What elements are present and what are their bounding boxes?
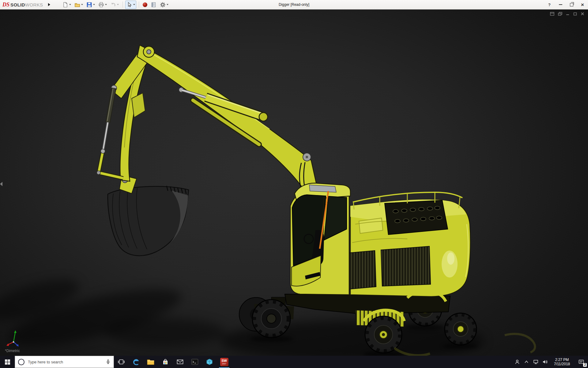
show-hidden-icons-button[interactable] xyxy=(522,356,531,368)
store-icon xyxy=(162,358,169,365)
doc-restore-icon xyxy=(573,12,577,16)
people-button[interactable] xyxy=(513,356,522,368)
print-icon xyxy=(98,2,104,8)
dropdown-caret-icon[interactable] xyxy=(81,4,83,5)
appearance-button[interactable] xyxy=(141,1,149,9)
bucket[interactable] xyxy=(108,175,189,256)
search-input[interactable] xyxy=(27,359,103,365)
window-title: Digger [Read-only] xyxy=(279,2,309,7)
wheel-front-right[interactable] xyxy=(365,316,402,353)
ethernet-icon xyxy=(533,359,538,364)
restore-icon xyxy=(570,3,573,6)
boom-arm[interactable] xyxy=(137,45,318,194)
solidworks-taskbar-button[interactable]: SW 2017 xyxy=(217,356,232,368)
dropdown-caret-icon[interactable] xyxy=(167,4,168,5)
action-center-button[interactable]: 2 xyxy=(575,356,588,368)
cortana-icon[interactable] xyxy=(18,359,24,365)
clock-date: 7/11/2018 xyxy=(549,362,575,366)
taskbar-clock[interactable]: 2:27 PM 7/11/2018 xyxy=(549,358,575,366)
3d-viewer-icon xyxy=(206,358,213,365)
doc-restore-button[interactable] xyxy=(573,12,577,16)
cascade-icon xyxy=(558,12,562,16)
excavator-model[interactable] xyxy=(0,10,588,356)
doc-minimize-icon xyxy=(566,12,570,16)
doc-close-button[interactable] xyxy=(581,12,584,16)
ds-logo-icon: DS xyxy=(2,2,9,8)
orientation-triad-icon xyxy=(6,329,29,349)
doc-close-icon xyxy=(581,12,584,16)
select-button[interactable] xyxy=(125,1,136,9)
wheel-rear-right[interactable] xyxy=(445,313,477,345)
dropdown-caret-icon[interactable] xyxy=(69,4,71,5)
open-button[interactable] xyxy=(73,1,84,9)
windows-logo-icon xyxy=(5,359,10,365)
solidworks-2017-icon: SW 2017 xyxy=(220,358,228,366)
new-window-button[interactable] xyxy=(550,12,554,16)
person-icon xyxy=(515,359,520,364)
options-button[interactable] xyxy=(159,1,170,9)
open-folder-icon xyxy=(74,2,80,8)
brand-solid: SOLID xyxy=(10,2,25,7)
solidworks-logo: DS SOLID WORKS xyxy=(2,2,43,8)
design-binder-icon xyxy=(151,2,156,8)
dropdown-caret-icon[interactable] xyxy=(133,4,135,5)
close-button[interactable]: × xyxy=(577,0,588,9)
dropdown-caret-icon[interactable] xyxy=(105,4,107,5)
view-orientation-label: *Dimetric xyxy=(5,349,20,353)
doc-minimize-button[interactable] xyxy=(566,12,570,16)
cascade-button[interactable] xyxy=(558,12,562,16)
new-document-button[interactable] xyxy=(61,1,72,9)
store-button[interactable] xyxy=(158,356,173,368)
task-view-icon xyxy=(118,359,125,365)
console-icon xyxy=(191,358,198,365)
bucket-cylinder[interactable] xyxy=(97,85,123,178)
design-binder-button[interactable] xyxy=(149,1,158,9)
undo-button[interactable] xyxy=(109,1,120,9)
speaker-icon xyxy=(542,359,548,364)
save-icon xyxy=(86,2,92,8)
engine-housing[interactable] xyxy=(341,192,470,297)
document-window-controls xyxy=(550,12,584,16)
clock-time: 2:27 PM xyxy=(549,358,575,362)
toolbar-separator xyxy=(123,2,123,8)
taskbar-search[interactable] xyxy=(15,356,114,368)
wheel-front-left[interactable] xyxy=(252,300,290,338)
task-view-button[interactable] xyxy=(114,356,129,368)
microphone-icon[interactable] xyxy=(106,359,111,364)
side-vents xyxy=(341,246,431,290)
new-window-icon xyxy=(550,12,554,16)
network-button[interactable] xyxy=(531,356,540,368)
menu-expand-arrow-icon[interactable] xyxy=(48,3,50,6)
restore-button[interactable] xyxy=(566,0,577,9)
system-tray: 2:27 PM 7/11/2018 2 xyxy=(513,356,588,368)
window-controls: ? × xyxy=(544,0,588,9)
start-button[interactable] xyxy=(0,356,15,368)
taskbar: SW 2017 xyxy=(0,356,588,368)
minimize-button[interactable] xyxy=(555,0,566,9)
brand-works: WORKS xyxy=(25,2,43,7)
file-explorer-icon xyxy=(147,359,154,365)
stick-arm[interactable] xyxy=(111,47,151,181)
save-button[interactable] xyxy=(85,1,96,9)
undo-icon xyxy=(110,2,116,8)
dropdown-caret-icon[interactable] xyxy=(117,4,119,5)
edge-button[interactable] xyxy=(129,356,143,368)
volume-button[interactable] xyxy=(540,356,549,368)
print-button[interactable] xyxy=(97,1,108,9)
minimize-icon xyxy=(559,4,562,5)
file-explorer-button[interactable] xyxy=(143,356,158,368)
cab[interactable] xyxy=(290,183,350,295)
select-cursor-icon xyxy=(126,2,132,8)
mail-button[interactable] xyxy=(173,356,187,368)
notification-badge: 2 xyxy=(583,363,587,367)
dropdown-caret-icon[interactable] xyxy=(93,4,95,5)
engine-grille xyxy=(385,200,448,235)
gear-icon xyxy=(160,2,166,8)
panel-flyout-arrow-icon[interactable] xyxy=(0,182,2,186)
3d-viewer-button[interactable] xyxy=(202,356,217,368)
help-button[interactable]: ? xyxy=(544,0,555,9)
graphics-viewport[interactable]: *Dimetric xyxy=(0,10,588,356)
console-button[interactable] xyxy=(187,356,202,368)
help-icon: ? xyxy=(548,2,551,7)
close-icon: × xyxy=(581,2,584,7)
